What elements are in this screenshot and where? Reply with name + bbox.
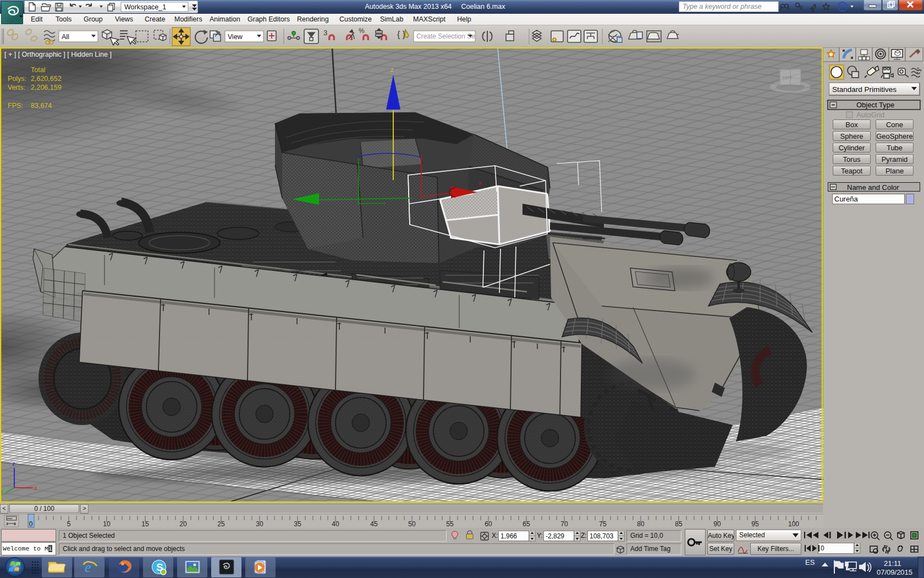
svg-text:35: 35 <box>294 520 301 528</box>
svg-text:ES: ES <box>805 558 815 566</box>
svg-text:2,206,159: 2,206,159 <box>31 84 62 91</box>
svg-text:100: 100 <box>788 520 799 528</box>
svg-text:z: z <box>12 460 15 467</box>
svg-text:Object Type: Object Type <box>856 101 894 109</box>
svg-text:83,674: 83,674 <box>31 102 52 110</box>
svg-text:2,620,652: 2,620,652 <box>31 75 62 83</box>
svg-text:80: 80 <box>637 520 645 528</box>
svg-text:30: 30 <box>256 520 263 528</box>
svg-text:x: x <box>479 179 482 186</box>
svg-text:FPS:: FPS: <box>8 102 23 110</box>
svg-text:21:11: 21:11 <box>884 559 901 568</box>
svg-text:15: 15 <box>141 520 149 528</box>
svg-text:07/09/2015: 07/09/2015 <box>877 568 912 576</box>
svg-text:Workspace_1: Workspace_1 <box>124 3 166 11</box>
svg-text:View: View <box>228 33 243 41</box>
svg-text:50: 50 <box>408 520 416 528</box>
svg-text:25: 25 <box>217 520 225 528</box>
svg-text:%: % <box>359 27 365 35</box>
svg-text:55: 55 <box>446 520 454 528</box>
svg-text:Verts:: Verts: <box>8 84 25 91</box>
svg-text:0: 0 <box>29 520 33 528</box>
svg-text:?: ? <box>840 3 844 11</box>
svg-text:Total: Total <box>31 66 45 74</box>
svg-text:[ + ] [ Orthographic ] [ Hidde: [ + ] [ Orthographic ] [ Hidden Line ] <box>4 51 112 58</box>
svg-text:10: 10 <box>103 520 111 528</box>
svg-text:Standard Primitives: Standard Primitives <box>832 85 897 94</box>
svg-text:AutoGrid: AutoGrid <box>856 111 884 119</box>
svg-text:Create Selection Se: Create Selection Se <box>416 32 475 40</box>
svg-text:5: 5 <box>67 520 71 528</box>
svg-text:Polys:: Polys: <box>8 75 26 83</box>
svg-text:70: 70 <box>560 520 568 528</box>
svg-text:85: 85 <box>675 520 683 528</box>
svg-text:90: 90 <box>713 520 721 528</box>
svg-text:65: 65 <box>522 520 530 528</box>
svg-text:20: 20 <box>179 520 187 528</box>
svg-text:z: z <box>391 66 394 73</box>
svg-text:3: 3 <box>323 29 327 37</box>
svg-text:60: 60 <box>485 520 492 528</box>
svg-text:LEFT: LEFT <box>783 76 793 80</box>
svg-text:40: 40 <box>332 520 339 528</box>
svg-text:95: 95 <box>751 520 759 528</box>
svg-text:45: 45 <box>370 520 378 528</box>
svg-text:x: x <box>34 484 37 491</box>
svg-text:{ }: { } <box>397 30 406 39</box>
svg-text:All: All <box>62 33 69 41</box>
svg-text:75: 75 <box>599 520 607 528</box>
